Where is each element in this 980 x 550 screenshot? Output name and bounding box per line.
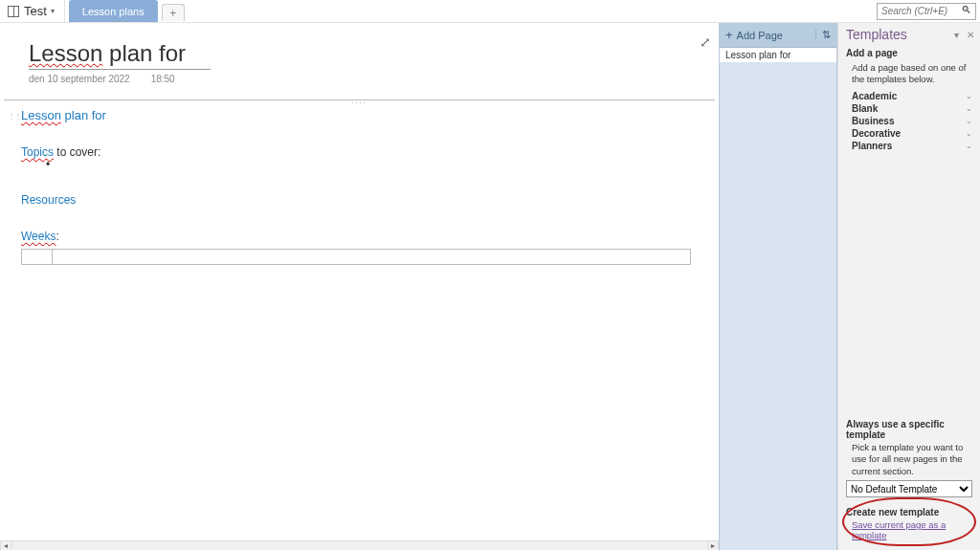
chevron-down-icon: ⌄ xyxy=(966,104,972,113)
page-title[interactable]: Lesson plan for xyxy=(29,40,211,70)
templates-pane: Templates ▾ ✕ Add a page Add a page base… xyxy=(837,23,980,550)
add-section-button[interactable]: + xyxy=(162,4,185,21)
tpl-cat-planners[interactable]: Planners⌄ xyxy=(838,140,980,152)
section-tab-active[interactable]: Lesson plans xyxy=(69,0,158,22)
chevron-down-icon: ⌄ xyxy=(966,129,972,138)
templates-always-heading: Always use a specific template xyxy=(846,419,972,440)
notebook-dropdown[interactable]: Test ▾ xyxy=(0,0,65,22)
topics-heading[interactable]: Topics to cover: xyxy=(21,145,698,159)
save-template-link[interactable]: Save current page as a template xyxy=(846,519,972,540)
weeks-table[interactable] xyxy=(21,249,691,265)
container-grip-icon[interactable]: ⋮⋮ xyxy=(8,112,21,121)
chevron-down-icon: ⌄ xyxy=(966,117,972,125)
page-list-pane: + Add Page ⇅ Lesson plan for xyxy=(719,23,837,550)
templates-close-icon[interactable]: ✕ xyxy=(967,30,974,40)
resources-heading[interactable]: Resources xyxy=(21,193,698,207)
note-container[interactable]: ⋮⋮ ···· Lesson plan for Topics to cover:… xyxy=(4,99,715,540)
lesson-heading[interactable]: Lesson plan for xyxy=(21,108,698,122)
search-icon[interactable]: 🔍︎ xyxy=(961,4,974,17)
chevron-down-icon: ⌄ xyxy=(966,142,972,150)
tpl-cat-blank[interactable]: Blank⌄ xyxy=(838,102,980,115)
section-tab-label: Lesson plans xyxy=(82,6,145,17)
tpl-cat-decorative[interactable]: Decorative⌄ xyxy=(838,127,980,140)
topics-bullet[interactable]: • xyxy=(46,159,698,170)
templates-add-heading: Add a page xyxy=(838,46,980,60)
templates-title: Templates xyxy=(846,27,947,42)
page-list-item[interactable]: Lesson plan for xyxy=(720,48,836,63)
tpl-cat-business[interactable]: Business⌄ xyxy=(838,115,980,127)
chevron-down-icon: ⌄ xyxy=(966,92,972,100)
horizontal-scrollbar[interactable]: ◄ ► xyxy=(0,540,719,550)
notebook-icon xyxy=(8,6,19,17)
scroll-right-icon[interactable]: ► xyxy=(707,541,719,551)
caret-down-icon: ▾ xyxy=(51,7,55,15)
page-filter-button[interactable]: ⇅ xyxy=(815,29,836,41)
templates-create-heading: Create new template xyxy=(846,507,972,517)
page-timestamp: den 10 september 202218:50 xyxy=(29,74,719,84)
default-template-select[interactable]: No Default Template xyxy=(846,480,972,497)
add-page-button[interactable]: + Add Page xyxy=(720,28,815,42)
weeks-heading[interactable]: Weeks: xyxy=(21,230,698,243)
tpl-cat-academic[interactable]: Academic⌄ xyxy=(838,90,980,102)
templates-add-desc: Add a page based on one of the templates… xyxy=(838,60,980,90)
notebook-name: Test xyxy=(24,4,47,18)
plus-icon: + xyxy=(725,28,733,42)
templates-options-icon[interactable]: ▾ xyxy=(954,30,959,40)
fullscreen-icon[interactable]: ⤢ xyxy=(700,34,711,50)
container-handle-icon[interactable]: ···· xyxy=(351,99,368,107)
templates-always-desc: Pick a template you want to use for all … xyxy=(846,442,972,477)
scroll-left-icon[interactable]: ◄ xyxy=(0,541,11,551)
